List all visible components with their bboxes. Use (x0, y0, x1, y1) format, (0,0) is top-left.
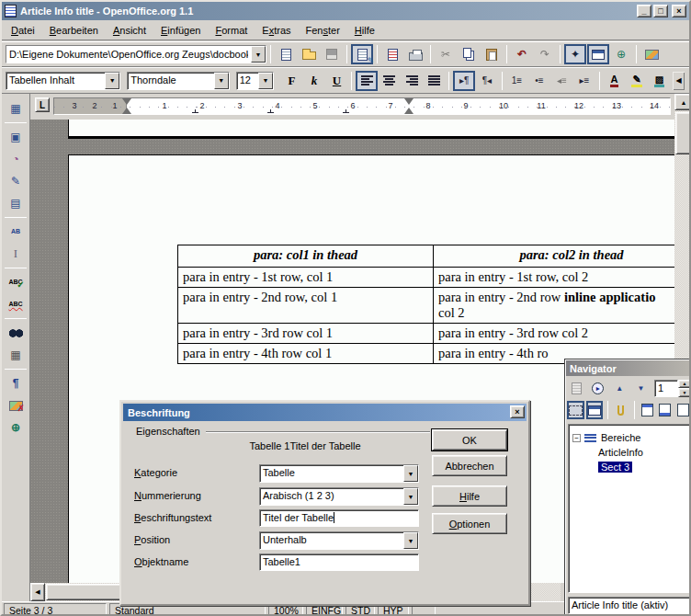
beschriftungstext-input[interactable]: Titel der Tabelle (259, 509, 419, 527)
navigator-button[interactable]: ✦ (564, 44, 586, 64)
optionen-button[interactable]: Optionen (432, 513, 507, 534)
graphics-on-off-button[interactable]: ✗ (4, 394, 28, 416)
footer-button[interactable] (657, 401, 674, 419)
hyperlink-button[interactable]: ⊕ (610, 44, 632, 64)
new-document-button[interactable] (275, 44, 297, 64)
kategorie-combobox[interactable]: Tabelle ▼ (259, 464, 419, 483)
document-page-2-bottom[interactable] (68, 120, 674, 139)
dialog-close-button[interactable]: × (510, 405, 525, 418)
navigator-document-selector[interactable]: Article Info title (aktiv) (568, 597, 691, 614)
spin-down-icon[interactable]: ▼ (678, 388, 691, 397)
align-center-button[interactable] (379, 71, 401, 91)
menu-datei[interactable]: Datei (4, 22, 42, 39)
navigator-title-bar[interactable]: Navigator (566, 360, 691, 376)
table-cell[interactable]: para in entry - 3rd row col 1 (178, 324, 434, 344)
table-cell[interactable]: para in entry - 3rd row col 2 (434, 324, 675, 344)
font-dropdown-icon[interactable]: ▼ (214, 73, 229, 89)
autotext-button[interactable]: AB (4, 221, 28, 243)
align-justify-button[interactable] (424, 71, 446, 91)
anchor-text-button[interactable] (675, 401, 691, 419)
paragraph-background-button[interactable]: ▨ (649, 71, 671, 91)
navigation-button[interactable]: ▸ (588, 379, 607, 397)
tree-item-sect3[interactable]: Sect 3 (572, 460, 691, 474)
close-button[interactable]: × (672, 5, 686, 17)
increase-indent-button[interactable]: ▸≡ (573, 71, 595, 91)
font-size-combobox[interactable]: 12 ▼ (236, 72, 274, 90)
menu-fenster[interactable]: Fenster (299, 22, 347, 39)
align-right-button[interactable] (401, 71, 423, 91)
margin-marker-bottom[interactable] (404, 108, 413, 114)
header-button[interactable] (640, 401, 656, 419)
menu-bearbeiten[interactable]: Bearbeiten (42, 22, 106, 39)
text-direction-ltr-button[interactable]: ▸¶ (453, 71, 475, 91)
paste-button[interactable] (481, 44, 503, 64)
menu-hilfe[interactable]: Hilfe (347, 22, 382, 39)
save-document-button[interactable] (321, 44, 343, 64)
text-direction-rtl-button[interactable]: ¶◂ (476, 71, 498, 91)
font-name-combobox[interactable]: Thorndale ▼ (127, 72, 230, 90)
scroll-left-button[interactable]: ◀ (30, 583, 45, 601)
vertical-scroll-thumb[interactable] (675, 112, 691, 154)
direct-cursor-button[interactable]: I (4, 243, 28, 265)
find-replace-button[interactable] (4, 322, 28, 344)
abbrechen-button[interactable]: Abbrechen (432, 455, 507, 476)
table-cell[interactable]: para in entry - 1st row, col 2 (434, 268, 675, 288)
print-button[interactable] (404, 44, 426, 64)
maximize-button[interactable]: □ (653, 5, 668, 17)
page-number-field[interactable]: 1 (654, 380, 678, 397)
align-left-button[interactable] (356, 71, 378, 91)
online-layout-button[interactable]: ⊕ (4, 416, 28, 439)
stylist-button[interactable] (587, 44, 609, 64)
drag-mode-button[interactable] (567, 401, 584, 419)
nummerierung-dropdown-icon[interactable]: ▼ (403, 488, 418, 505)
font-color-button[interactable]: A (604, 71, 626, 91)
underline-button[interactable]: U (326, 71, 348, 91)
url-input[interactable] (6, 46, 251, 63)
menu-einfuegen[interactable]: Einfügen (153, 22, 208, 39)
table-header-cell[interactable]: para: col2 in thead (434, 245, 675, 268)
paragraph-style-combobox[interactable]: Tabellen Inhalt ▼ (6, 72, 120, 90)
redo-button[interactable]: ↷ (534, 44, 556, 64)
menu-format[interactable]: Format (208, 22, 255, 39)
objektname-input[interactable]: Tabelle1 (259, 553, 419, 571)
open-document-button[interactable] (298, 44, 320, 64)
set-reminder-button[interactable] (613, 401, 629, 419)
minimize-button[interactable]: _ (637, 5, 651, 17)
table-cell[interactable]: para in entry - 2nd row, col 1 (178, 288, 434, 324)
data-sources-button[interactable]: ▦ (4, 344, 28, 366)
table-header-cell[interactable]: para: col1 in thead (178, 245, 434, 268)
page-spinbox[interactable]: 1 ▲▼ (654, 380, 691, 397)
nonprinting-characters-button[interactable]: ¶ (4, 372, 28, 394)
style-dropdown-icon[interactable]: ▼ (105, 73, 119, 89)
table-cell[interactable]: para in entry - 4th row col 1 (178, 344, 434, 364)
position-dropdown-icon[interactable]: ▼ (403, 532, 418, 549)
insert-object-button[interactable]: ◔ (4, 148, 28, 170)
tree-node-bereiche[interactable]: − Bereiche (572, 430, 691, 445)
url-dropdown-icon[interactable]: ▼ (251, 46, 266, 63)
indent-marker-top[interactable] (122, 98, 131, 105)
insert-frame-button[interactable]: ▣ (4, 126, 28, 148)
cut-button[interactable]: ✂ (435, 44, 457, 64)
hilfe-button[interactable]: Hilfe (432, 485, 507, 507)
indent-marker-bottom[interactable] (122, 108, 131, 114)
collapse-minus-icon[interactable]: − (572, 434, 581, 442)
content-view-button[interactable] (586, 401, 603, 419)
tree-item-articleinfo[interactable]: ArticleInfo (572, 445, 691, 460)
size-dropdown-icon[interactable]: ▼ (258, 73, 273, 89)
copy-button[interactable] (458, 44, 480, 64)
toolbar-collapse-button[interactable]: ◀ (672, 71, 685, 91)
gallery-button[interactable] (640, 44, 663, 64)
bold-button[interactable]: F (281, 71, 303, 91)
menu-extras[interactable]: Extras (255, 22, 298, 39)
spin-up-icon[interactable]: ▲ (678, 380, 691, 389)
highlighting-button[interactable]: ✎ (626, 71, 648, 91)
insert-fields-button[interactable]: ▤ (4, 192, 28, 214)
menu-ansicht[interactable]: Ansicht (106, 22, 153, 39)
ok-button[interactable]: OK (432, 429, 507, 451)
italic-button[interactable]: k (303, 71, 325, 91)
next-button[interactable]: ▼ (631, 379, 651, 397)
table-cell[interactable]: para in entry - 1st row, col 1 (178, 268, 434, 288)
auto-spellcheck-button[interactable]: ABC (4, 293, 28, 315)
table-cell[interactable]: para in entry - 2nd row inline applicati… (434, 288, 675, 324)
draw-functions-button[interactable]: ✎ (4, 170, 28, 192)
